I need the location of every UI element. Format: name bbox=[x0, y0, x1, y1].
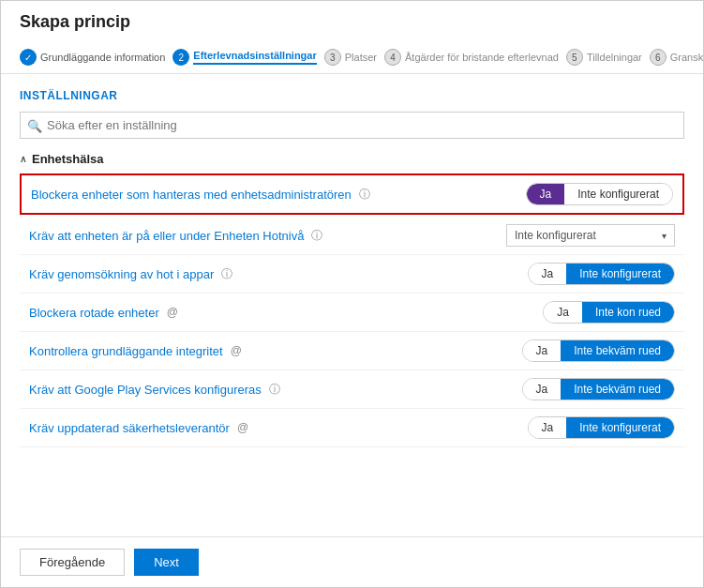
setting-control-4: Ja Inte kon rued bbox=[469, 301, 675, 324]
info-icon-3[interactable]: ⓘ bbox=[221, 266, 232, 282]
toggle-pill-5[interactable]: Ja Inte bekväm rued bbox=[522, 339, 675, 362]
setting-label-2: Kräv att enheten är på eller under Enhet… bbox=[29, 228, 469, 244]
at-symbol-5: @ bbox=[231, 344, 242, 357]
step4-num: 4 bbox=[384, 49, 401, 66]
group-label: Enhetshälsa bbox=[32, 152, 104, 166]
page-title: Skapa princip bbox=[20, 12, 684, 32]
info-icon-1[interactable]: ⓘ bbox=[359, 187, 370, 203]
setting-label-5: Kontrollera grundläggande integritet @ bbox=[29, 344, 469, 358]
toggle-pill-3[interactable]: Ja Inte konfigurerat bbox=[528, 263, 675, 285]
section-title: INSTÄLLNINGAR bbox=[20, 89, 684, 102]
group-header-enhetshälsa: ∧ Enhetshälsa bbox=[20, 152, 684, 166]
toggle-ja-5[interactable]: Ja bbox=[523, 340, 562, 361]
info-icon-2[interactable]: ⓘ bbox=[311, 228, 322, 244]
at-symbol-7: @ bbox=[237, 421, 248, 434]
search-wrapper: 🔍 bbox=[20, 112, 684, 139]
at-symbol-4: @ bbox=[167, 306, 178, 319]
main-window: Skapa princip ✓ Grundläggande informatio… bbox=[0, 0, 704, 588]
setting-label-6: Kräv att Google Play Services konfigurer… bbox=[29, 382, 469, 398]
step-grundlaggande[interactable]: ✓ Grundläggande information bbox=[20, 49, 165, 66]
step1-num: ✓ bbox=[20, 49, 37, 66]
setting-row-genomsokning: Kräv genomsökning av hot i appar ⓘ Ja In… bbox=[20, 255, 684, 294]
step5-num: 5 bbox=[566, 49, 583, 66]
setting-row-blockera-enheter: Blockera enheter som hanteras med enhets… bbox=[20, 173, 684, 215]
setting-control-5: Ja Inte bekväm rued bbox=[469, 339, 675, 362]
step-granskning[interactable]: 6 Granskning bbox=[650, 49, 703, 66]
toggle-inte-4[interactable]: Inte kon rued bbox=[582, 302, 674, 323]
setting-row-rotade: Blockera rotade enheter @ Ja Inte kon ru… bbox=[20, 294, 684, 332]
step6-num: 6 bbox=[650, 49, 667, 66]
toggle-inte-3[interactable]: Inte konfigurerat bbox=[566, 264, 674, 284]
search-input[interactable] bbox=[20, 112, 684, 139]
next-button[interactable]: Next bbox=[134, 549, 199, 576]
content-area: INSTÄLLNINGAR 🔍 ∧ Enhetshälsa Blockera e… bbox=[1, 74, 703, 536]
toggle-ja-7[interactable]: Ja bbox=[529, 417, 567, 438]
setting-row-integritet: Kontrollera grundläggande integritet @ J… bbox=[20, 332, 684, 370]
step4-label: Åtgärder för bristande efterlevnad bbox=[405, 52, 559, 63]
chevron-up-icon[interactable]: ∧ bbox=[20, 154, 26, 164]
setting-row-sakerhetsleverantor: Kräv uppdaterad säkerhetsleverantör @ Ja… bbox=[20, 409, 684, 447]
setting-label-1: Blockera enheter som hanteras med enhets… bbox=[31, 187, 467, 203]
toggle-pill-1[interactable]: Ja Inte konfigurerat bbox=[526, 183, 673, 205]
chevron-down-icon: ▾ bbox=[662, 231, 667, 241]
step1-label: Grundläggande information bbox=[40, 52, 165, 63]
setting-row-google-play: Kräv att Google Play Services konfigurer… bbox=[20, 370, 684, 409]
toggle-ja-4[interactable]: Ja bbox=[544, 302, 582, 323]
step3-label: Platser bbox=[345, 52, 377, 63]
dropdown-hotniva[interactable]: Inte konfigurerat ▾ bbox=[506, 224, 675, 247]
toggle-ja-1[interactable]: Ja bbox=[527, 184, 565, 204]
toggle-inte-7[interactable]: Inte konfigurerat bbox=[566, 417, 674, 438]
setting-label-7: Kräv uppdaterad säkerhetsleverantör @ bbox=[29, 421, 469, 435]
setting-control-1: Ja Inte konfigurerat bbox=[467, 183, 673, 205]
dropdown-value-2: Inte konfigurerat bbox=[515, 229, 596, 242]
toggle-inte-5[interactable]: Inte bekväm rued bbox=[561, 340, 674, 361]
setting-row-hotnivaä: Kräv att enheten är på eller under Enhet… bbox=[20, 217, 684, 255]
step-tilldelningar[interactable]: 5 Tilldelningar bbox=[566, 49, 642, 66]
step-efterlevnad[interactable]: 2 Efterlevnadsinställningar bbox=[172, 49, 316, 66]
step3-num: 3 bbox=[324, 49, 341, 66]
step5-label: Tilldelningar bbox=[587, 52, 642, 63]
step2-label: Efterlevnadsinställningar bbox=[193, 50, 316, 65]
toggle-ja-6[interactable]: Ja bbox=[523, 379, 562, 400]
setting-label-4: Blockera rotade enheter @ bbox=[29, 306, 469, 320]
toggle-inte-1[interactable]: Inte konfigurerat bbox=[564, 184, 672, 204]
setting-control-6: Ja Inte bekväm rued bbox=[469, 378, 675, 400]
setting-control-7: Ja Inte konfigurerat bbox=[469, 416, 675, 439]
title-bar: Skapa princip bbox=[1, 1, 703, 41]
prev-button[interactable]: Föregående bbox=[20, 549, 125, 576]
toggle-pill-7[interactable]: Ja Inte konfigurerat bbox=[528, 416, 675, 439]
setting-label-3: Kräv genomsökning av hot i appar ⓘ bbox=[29, 266, 469, 282]
step-platser[interactable]: 3 Platser bbox=[324, 49, 377, 66]
info-icon-6[interactable]: ⓘ bbox=[269, 382, 280, 398]
wizard-steps: ✓ Grundläggande information 2 Efterlevna… bbox=[1, 41, 703, 74]
toggle-pill-4[interactable]: Ja Inte kon rued bbox=[543, 301, 675, 324]
settings-list: Blockera enheter som hanteras med enhets… bbox=[20, 173, 684, 447]
setting-control-3: Ja Inte konfigurerat bbox=[469, 263, 675, 285]
step-atgarder[interactable]: 4 Åtgärder för bristande efterlevnad bbox=[384, 49, 559, 66]
setting-control-2: Inte konfigurerat ▾ bbox=[469, 224, 675, 247]
step2-num: 2 bbox=[172, 49, 189, 66]
step6-label: Granskning bbox=[670, 52, 703, 63]
toggle-pill-6[interactable]: Ja Inte bekväm rued bbox=[522, 378, 675, 400]
toggle-inte-6[interactable]: Inte bekväm rued bbox=[561, 379, 674, 400]
footer: Föregående Next bbox=[1, 536, 703, 587]
toggle-ja-3[interactable]: Ja bbox=[529, 264, 567, 284]
